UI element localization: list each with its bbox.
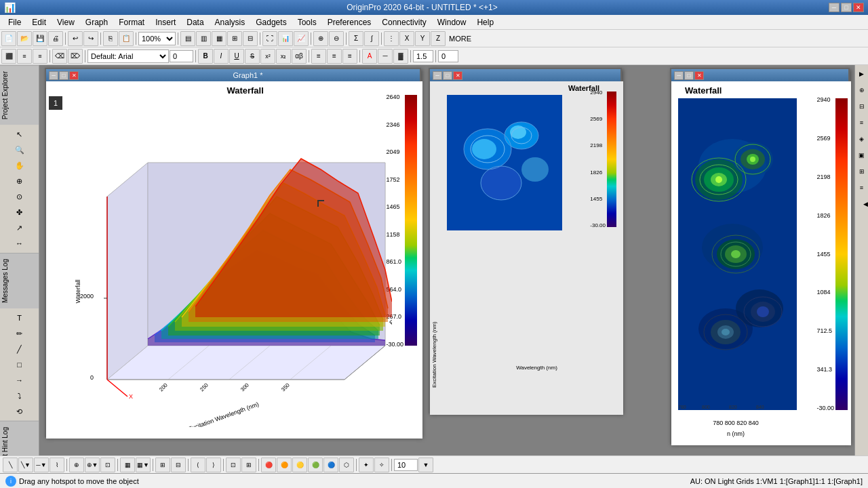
bt-5[interactable]: ⊕ bbox=[69, 458, 84, 472]
format-btn-4[interactable]: ⌫ bbox=[52, 49, 67, 64]
tool-zoom-in[interactable]: 🔍 bbox=[9, 142, 30, 157]
bt-17[interactable]: 🟠 bbox=[277, 458, 292, 472]
redo-btn[interactable]: ↪ bbox=[83, 31, 98, 46]
tb-btn-3[interactable]: ▦ bbox=[212, 31, 226, 46]
graph3-restore[interactable]: □ bbox=[684, 71, 694, 80]
graph3-titlebar[interactable]: ─ □ ✕ bbox=[671, 69, 848, 81]
menu-graph[interactable]: Graph bbox=[80, 16, 113, 28]
bt-6[interactable]: ⊕▼ bbox=[85, 458, 100, 472]
tb-btn-9[interactable]: ⊕ bbox=[313, 31, 328, 46]
bt-4[interactable]: ⌇ bbox=[50, 458, 64, 472]
menu-help[interactable]: Help bbox=[471, 16, 499, 28]
italic-btn[interactable]: I bbox=[214, 49, 229, 64]
bt-2[interactable]: ╲▼ bbox=[18, 458, 33, 472]
tool-9[interactable]: ⤵ bbox=[9, 388, 30, 403]
tool-text[interactable]: T bbox=[9, 310, 30, 325]
tool-6[interactable]: ↗ bbox=[9, 220, 30, 235]
tb-btn-13[interactable]: ⋮ bbox=[384, 31, 399, 46]
tool-line[interactable]: ╱ bbox=[9, 342, 30, 357]
graph1-close[interactable]: ✕ bbox=[69, 71, 79, 80]
tool-pan[interactable]: ✋ bbox=[9, 158, 30, 173]
font-color-btn[interactable]: A bbox=[362, 49, 377, 64]
open-btn[interactable]: 📂 bbox=[17, 31, 32, 46]
bt-10[interactable]: ⊞ bbox=[155, 458, 170, 472]
graph3-minimize[interactable]: ─ bbox=[674, 71, 684, 80]
tb-btn-14[interactable]: X bbox=[399, 31, 414, 46]
subscript-btn[interactable]: x₂ bbox=[276, 49, 291, 64]
tb-btn-7[interactable]: 📊 bbox=[278, 31, 293, 46]
bt-18[interactable]: 🟡 bbox=[292, 458, 307, 472]
tb-btn-15[interactable]: Y bbox=[415, 31, 430, 46]
sidebar-tab-messages[interactable]: Messages Log bbox=[0, 253, 39, 308]
restore-btn[interactable]: □ bbox=[841, 3, 852, 12]
format-btn-3[interactable]: ≡ bbox=[33, 49, 47, 64]
format-btn-2[interactable]: ≡ bbox=[17, 49, 32, 64]
paste-btn[interactable]: 📋 bbox=[119, 31, 134, 46]
menu-format[interactable]: Format bbox=[113, 16, 150, 28]
format-btn-5[interactable]: ⌦ bbox=[68, 49, 83, 64]
tool-arrow[interactable]: ↖ bbox=[9, 127, 30, 142]
linewidth-input[interactable] bbox=[413, 50, 433, 62]
save-btn[interactable]: 💾 bbox=[33, 31, 47, 46]
align-center-btn[interactable]: ≡ bbox=[327, 49, 342, 64]
bt-16[interactable]: 🔴 bbox=[261, 458, 276, 472]
font-select[interactable]: Default: Arial bbox=[87, 49, 169, 63]
graph2-close[interactable]: ✕ bbox=[453, 71, 462, 80]
menu-edit[interactable]: Edit bbox=[26, 16, 52, 28]
tb-btn-11[interactable]: Σ bbox=[349, 31, 363, 46]
bt-14[interactable]: ⊡ bbox=[226, 458, 241, 472]
tb-btn-1[interactable]: ▤ bbox=[180, 31, 195, 46]
tool-draw[interactable]: ✏ bbox=[9, 326, 30, 341]
bt-7[interactable]: ⊡ bbox=[100, 458, 115, 472]
symbol-btn[interactable]: αβ bbox=[292, 49, 307, 64]
graph1-minimize[interactable]: ─ bbox=[49, 71, 58, 80]
bt-24[interactable]: ▼ bbox=[418, 458, 433, 472]
menu-gadgets[interactable]: Gadgets bbox=[250, 16, 292, 28]
graph1-titlebar[interactable]: ─ □ ✕ Graph1 * bbox=[46, 69, 420, 81]
tool-arrow2[interactable]: → bbox=[9, 373, 30, 388]
bt-23[interactable]: ✧ bbox=[374, 458, 389, 472]
bt-13[interactable]: ⟩ bbox=[206, 458, 221, 472]
rotation-input[interactable] bbox=[438, 50, 458, 62]
bottom-value-input[interactable] bbox=[394, 459, 418, 471]
tb-btn-16[interactable]: Z bbox=[431, 31, 446, 46]
tool-7[interactable]: ↔ bbox=[9, 236, 30, 251]
align-left-btn[interactable]: ≡ bbox=[311, 49, 326, 64]
tb-btn-5[interactable]: ⊟ bbox=[243, 31, 258, 46]
tool-3[interactable]: ⊕ bbox=[9, 174, 30, 188]
graph3-close[interactable]: ✕ bbox=[694, 71, 704, 80]
tool-5[interactable]: ✤ bbox=[9, 205, 30, 220]
tool-shape[interactable]: □ bbox=[9, 357, 30, 372]
bt-12[interactable]: ⟨ bbox=[191, 458, 205, 472]
menu-connectivity[interactable]: Connectivity bbox=[376, 16, 431, 28]
format-btn-1[interactable]: ⬛ bbox=[1, 49, 16, 64]
menu-preferences[interactable]: Preferences bbox=[322, 16, 377, 28]
bt-3[interactable]: ─▼ bbox=[34, 458, 49, 472]
menu-insert[interactable]: Insert bbox=[150, 16, 181, 28]
tool-10[interactable]: ⟲ bbox=[9, 404, 30, 419]
copy-btn[interactable]: ⎘ bbox=[103, 31, 118, 46]
align-right-btn[interactable]: ≡ bbox=[342, 49, 357, 64]
bt-19[interactable]: 🟢 bbox=[308, 458, 323, 472]
bt-20[interactable]: 🔵 bbox=[323, 458, 338, 472]
bt-11[interactable]: ⊟ bbox=[171, 458, 186, 472]
tb-btn-8[interactable]: 📈 bbox=[294, 31, 309, 46]
new-btn[interactable]: 📄 bbox=[1, 31, 16, 46]
tb-btn-4[interactable]: ⊞ bbox=[227, 31, 242, 46]
tool-4[interactable]: ⊙ bbox=[9, 189, 30, 204]
bt-9[interactable]: ▦▼ bbox=[136, 458, 151, 472]
fill-color-btn[interactable]: ▓ bbox=[393, 49, 408, 64]
menu-analysis[interactable]: Analysis bbox=[210, 16, 251, 28]
right-tool-expand[interactable]: ◀ bbox=[855, 197, 868, 211]
bt-15[interactable]: ⊞ bbox=[241, 458, 256, 472]
bold-btn[interactable]: B bbox=[198, 49, 213, 64]
graph2-minimize[interactable]: ─ bbox=[433, 71, 442, 80]
bt-1[interactable]: ╲ bbox=[3, 458, 18, 472]
fontsize-input[interactable] bbox=[170, 50, 193, 62]
line-color-btn[interactable]: ─ bbox=[378, 49, 393, 64]
tb-btn-6[interactable]: ⛶ bbox=[262, 31, 277, 46]
tb-btn-2[interactable]: ▥ bbox=[196, 31, 211, 46]
menu-window[interactable]: Window bbox=[432, 16, 472, 28]
tb-btn-10[interactable]: ⊖ bbox=[329, 31, 344, 46]
bt-8[interactable]: ▦ bbox=[120, 458, 135, 472]
